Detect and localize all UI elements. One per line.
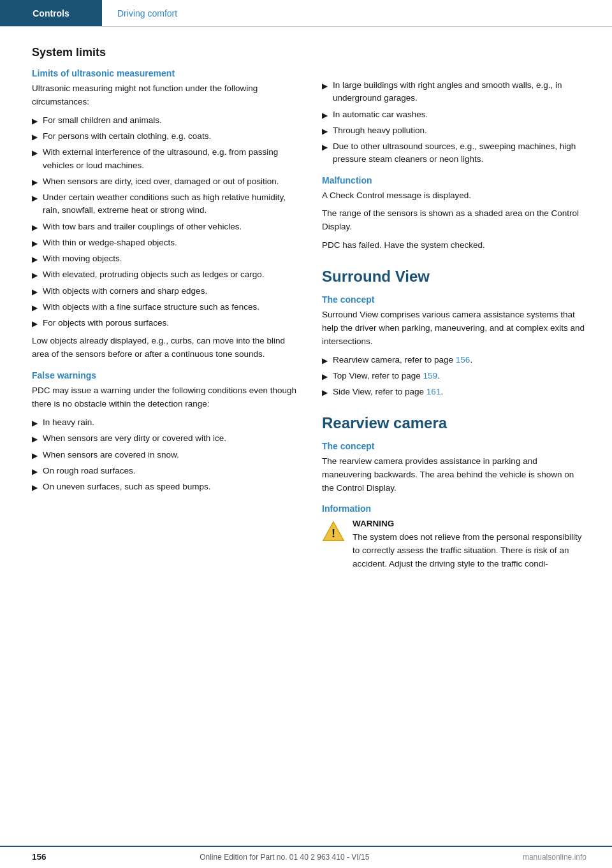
malfunction-subtitle: Malfunction [322,175,586,185]
list-item: ▶On uneven surfaces, such as speed bumps… [32,481,296,493]
list-item-text: When sensors are dirty, iced over, dam­a… [43,175,279,188]
footer-center-text: Online Edition for Part no. 01 40 2 963 … [200,853,369,862]
rearview-concept-text: The rearview camera provides assistance … [322,455,586,495]
list-item-text: With elevated, protruding objects such a… [43,268,264,281]
list-item: ▶With objects with a fine surface struct… [32,301,296,314]
list-item-text: Rearview camera, refer to page 156. [333,354,472,366]
arrow-icon: ▶ [322,371,328,382]
list-item-text: Under certain weather conditions such as… [43,191,296,217]
list-item-text: On rough road surfaces. [43,465,136,477]
arrow-icon: ▶ [32,238,38,249]
list-item: ▶For persons with certain clothing, e.g.… [32,130,296,143]
warning-label: WARNING [353,519,586,528]
false-warnings-list: ▶In heavy rain. ▶When sensors are very d… [32,416,296,493]
warning-triangle-icon: ! [322,520,345,543]
surround-concept-text: Surround View comprises various camera a… [322,308,586,349]
surround-concept-label: The concept [322,294,586,305]
arrow-icon: ▶ [32,115,38,127]
page-ref-159[interactable]: 159 [423,371,438,380]
arrow-icon: ▶ [322,387,328,398]
list-item: ▶With thin or wedge-shaped objects. [32,236,296,249]
list-item: ▶With external interference of the ultra… [32,146,296,172]
arrow-icon: ▶ [32,270,38,281]
list-item: ▶For objects with porous surfaces. [32,317,296,329]
list-item-text: Through heavy pollution. [333,124,427,137]
false-intro: PDC may issue a warning under the follow… [32,384,296,411]
list-item: ▶Due to other ultrasound sources, e.g., … [322,140,586,166]
rearview-camera-title: Rearview camera [322,414,586,432]
list-item-text: With tow bars and trailer couplings of o… [43,221,242,233]
information-label: Information [322,503,586,514]
surround-view-title: Surround View [322,268,586,286]
arrow-icon: ▶ [32,318,38,329]
arrow-icon: ▶ [32,466,38,477]
list-item-text: On uneven surfaces, such as speed bumps. [43,481,210,493]
list-item: ▶When sensors are dirty, iced over, dam­… [32,175,296,188]
malfunction-line-2: The range of the sensors is shown as a s… [322,207,586,234]
warning-box: ! WARNING The system does not relieve fr… [322,519,586,571]
list-item: ▶ Top View, refer to page 159. [322,370,586,382]
arrow-icon: ▶ [32,131,38,143]
malfunction-line-3: PDC has failed. Have the system checked. [322,239,586,252]
page-ref-161[interactable]: 161 [426,387,441,396]
page-footer: 156 Online Edition for Part no. 01 40 2 … [0,846,612,868]
arrow-icon: ▶ [322,80,328,92]
rearview-concept-label: The concept [322,441,586,451]
list-item-text: Side View, refer to page 161. [333,386,443,398]
list-item-text: For objects with porous surfaces. [43,317,169,329]
list-item: ▶Through heavy pollution. [322,124,586,137]
list-item-text: With objects with a fine surface structu… [43,301,259,314]
list-item-text: When sensors are covered in snow. [43,449,179,461]
header-controls-tab[interactable]: Controls [0,0,102,26]
main-content: System limits Limits of ultrasonic measu… [0,27,612,597]
list-item: ▶With objects with corners and sharp edg… [32,285,296,298]
list-item: ▶In heavy rain. [32,416,296,429]
header-bar: Controls Driving comfort [0,0,612,27]
arrow-icon: ▶ [32,222,38,233]
list-item: ▶On rough road surfaces. [32,465,296,477]
arrow-icon: ▶ [322,355,328,366]
list-item-text: With objects with corners and sharp edge… [43,285,207,298]
page-ref-156[interactable]: 156 [456,355,470,365]
list-item-text: With thin or wedge-shaped objects. [43,236,177,249]
list-item-text: Top View, refer to page 159. [333,370,440,382]
limits-ultrasonic-subtitle: Limits of ultrasonic measurement [32,68,296,78]
arrow-icon: ▶ [32,192,38,204]
arrow-icon: ▶ [32,417,38,429]
intro-text: Ultrasonic measuring might not function … [32,82,296,109]
list-item: ▶ Rearview camera, refer to page 156. [322,354,586,366]
arrow-icon: ▶ [32,482,38,493]
arrow-icon: ▶ [322,126,328,137]
arrow-icon: ▶ [32,286,38,298]
header-driving-tab[interactable]: Driving comfort [102,0,193,26]
arrow-icon: ▶ [32,177,38,188]
controls-label: Controls [33,8,69,18]
list-item: ▶In automatic car washes. [322,108,586,121]
list-item: ▶For small children and animals. [32,114,296,127]
list-item: ▶In large buildings with right angles an… [322,79,586,105]
warning-text: The system does not relieve from the per… [353,531,586,571]
surround-items-list: ▶ Rearview camera, refer to page 156. ▶ … [322,354,586,399]
arrow-icon: ▶ [32,450,38,461]
list-item-text: For persons with certain clothing, e.g. … [43,130,211,143]
right-column: ▶In large buildings with right angles an… [322,46,586,571]
list-item-text: In large buildings with right angles and… [333,79,586,105]
footer-logo-text: manualsonline.info [523,853,586,862]
list-item-text: With external interference of the ultra­… [43,146,296,172]
list-item: ▶With elevated, protruding objects such … [32,268,296,281]
list-item: ▶ Side View, refer to page 161. [322,386,586,398]
left-column: System limits Limits of ultrasonic measu… [32,46,296,571]
list-item: ▶When sensors are very dirty or covered … [32,432,296,445]
additional-false-list: ▶In large buildings with right angles an… [322,79,586,166]
false-warnings-subtitle: False warnings [32,370,296,380]
list-item-text: In heavy rain. [43,416,94,429]
list-item: ▶With moving objects. [32,252,296,265]
list-item: ▶Under certain weather conditions such a… [32,191,296,217]
list-item-text: When sensors are very dirty or covered w… [43,432,226,445]
arrow-icon: ▶ [322,141,328,153]
list-item-text: With moving objects. [43,252,122,265]
list-item-text: Due to other ultrasound sources, e.g., s… [333,140,586,166]
malfunction-line-1: A Check Control message is displayed. [322,189,586,203]
list-item-text: In automatic car washes. [333,108,428,121]
page-number: 156 [32,852,47,862]
